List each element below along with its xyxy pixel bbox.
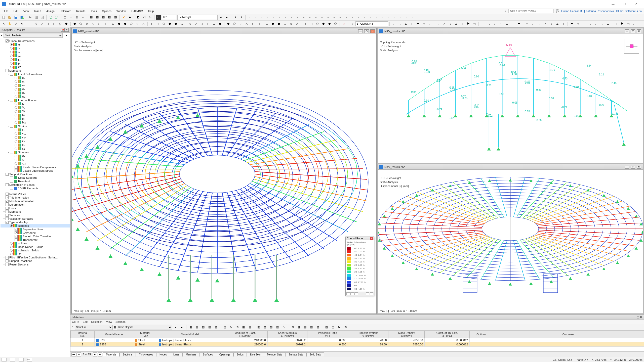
lc-number-select[interactable]: LC1 <box>162 15 177 20</box>
mat-tool-13[interactable]: ◫ <box>275 325 280 330</box>
toolbar2-btn-27[interactable]: □ <box>206 21 211 27</box>
pane-min-icon[interactable]: — <box>625 29 629 33</box>
pane-max-icon[interactable]: ▢ <box>364 29 369 33</box>
toolbar2-btn-33[interactable]: △ <box>244 21 249 27</box>
viewport-main[interactable]: NKV_results.rf6* — ▢ ✕ LC1 - Self-weight… <box>71 28 377 314</box>
materials-tab[interactable]: Line Sets <box>247 352 264 356</box>
toolbar1-btn-19[interactable]: ▫ <box>361 15 367 20</box>
toolbar2b-btn-27[interactable]: ⊤ <box>561 21 566 27</box>
mat-tool-17[interactable]: ▤ <box>302 325 308 330</box>
undo-icon[interactable] <box>48 15 53 20</box>
pane-max-icon[interactable]: ▢ <box>631 29 635 33</box>
cube-front-icon[interactable]: ▭ <box>68 15 74 20</box>
toolbar2b-btn-29[interactable]: ⊣ <box>575 21 581 27</box>
keyword-search-input[interactable] <box>508 9 554 13</box>
toolbar2b-btn-32[interactable]: ∕ <box>593 21 599 27</box>
mat-tool-0[interactable]: ▦ <box>188 325 193 330</box>
toolbar2b-btn-19[interactable]: ⊤ <box>510 21 516 27</box>
toolbar2-btn-0[interactable]: ◇ <box>33 21 39 27</box>
toolbar1-btn-22[interactable]: ▫ <box>380 15 385 20</box>
cp-foot-btn-4[interactable] <box>366 292 369 295</box>
pan-icon[interactable]: ✋ <box>7 21 13 27</box>
tb-star-icon[interactable]: ✦ <box>232 15 238 20</box>
mat-tool-8[interactable]: ▦ <box>241 325 246 330</box>
tree-node[interactable]: 1D FE Elements <box>1 187 70 190</box>
toolbar2-btn-17[interactable]: △ <box>141 21 146 27</box>
toolbar1-btn-9[interactable]: ▫ <box>301 15 307 20</box>
toolbar2b-btn-22[interactable]: ⌐ <box>531 21 536 27</box>
mat-tool-10[interactable]: ▥ <box>256 325 261 330</box>
navigator-tree[interactable]: -Global Deformations|u|uₓuᵧuᴢφₓφᵧφᴢ-Memb… <box>0 38 70 357</box>
mat-tool-5[interactable]: ◫ <box>222 325 227 330</box>
tree-node[interactable]: uₓ <box>1 46 70 50</box>
render-trans-icon[interactable]: ◨ <box>113 15 118 20</box>
toolbar1-btn-15[interactable]: ▫ <box>337 15 343 20</box>
toolbar1-btn-4[interactable]: ▫ <box>271 15 276 20</box>
grid-icon[interactable] <box>33 15 39 20</box>
toolbar2b-btn-2[interactable]: ⊥ <box>403 21 409 27</box>
toolbar2-btn-4[interactable]: ⬡ <box>58 21 63 27</box>
lc-prev-icon[interactable]: ◂ <box>218 15 224 20</box>
status-icon-3[interactable] <box>19 358 24 361</box>
tree-node[interactable]: N <box>1 102 70 106</box>
tree-node[interactable]: Isobands - Solids <box>1 249 70 252</box>
viewport-clip[interactable]: NKV_results.rf6* — ▢ ✕ Clipping Plane mo… <box>378 28 643 163</box>
tree-node[interactable]: τₓᵧ <box>1 158 70 162</box>
mat-tool-14[interactable]: fx <box>281 325 287 330</box>
toolbar2b-btn-4[interactable]: ⊢ <box>415 21 421 27</box>
cursor-icon[interactable]: ↖ <box>1 21 7 27</box>
tree-node[interactable]: Smooth Color Transition <box>1 235 70 238</box>
tree-node[interactable]: γₓᴢ <box>1 135 70 139</box>
status-icon-1[interactable] <box>2 358 7 361</box>
tree-node[interactable]: Max/Min Information <box>1 199 70 203</box>
menu-assign[interactable]: Assign <box>44 9 57 13</box>
material-row[interactable]: 1S235SteelIsotropic | Linear Elastic2100… <box>71 338 644 342</box>
pane-close-icon[interactable]: ✕ <box>637 29 641 33</box>
cp-foot-btn-5[interactable] <box>370 292 373 295</box>
mat-tool-20[interactable]: ▨ <box>324 325 329 330</box>
render-wire-icon[interactable]: ▦ <box>89 15 94 20</box>
analysis-type-select[interactable]: Static Analysis <box>4 33 63 38</box>
mat-next-icon[interactable]: ▸ <box>179 325 185 330</box>
toolbar2-btn-26[interactable]: ○ <box>199 21 205 27</box>
mat-tool-2[interactable]: ▥ <box>200 325 206 330</box>
tree-node[interactable]: Title Information <box>1 196 70 199</box>
results-next-icon[interactable]: ▷ <box>147 15 153 20</box>
materials-tab[interactable]: Materials <box>103 352 120 356</box>
toolbar2-btn-14[interactable]: ⬣ <box>123 21 128 27</box>
mat-tool-1[interactable]: ▤ <box>194 325 200 330</box>
toolbar2-btn-9[interactable]: △ <box>90 21 96 27</box>
tree-node[interactable]: -Global Deformations <box>1 39 70 43</box>
toolbar2-btn-44[interactable]: ⬡ <box>315 21 320 27</box>
toolbar2b-btn-3[interactable]: ⊤ <box>409 21 415 27</box>
tree-node[interactable]: τₓᴢ <box>1 162 70 165</box>
navigator-close-icon[interactable]: ✕ <box>65 28 69 32</box>
toolbar2-btn-32[interactable]: ◇ <box>238 21 243 27</box>
tree-node[interactable]: Transparent <box>1 238 70 242</box>
tree-node[interactable]: Elastic Stress Components <box>1 165 70 169</box>
toolbar2b-btn-17[interactable]: ∖ <box>498 21 504 27</box>
toolbar2b-btn-6[interactable]: ⌐ <box>427 21 433 27</box>
mat-tool-15[interactable]: ⟲ <box>290 325 295 330</box>
tab-prev-icon[interactable]: ◂ <box>76 352 81 356</box>
toolbar1-btn-3[interactable]: ▫ <box>265 15 270 20</box>
tree-node[interactable]: σₓ <box>1 154 70 158</box>
menu-cadbim[interactable]: CAD-BIM <box>129 9 145 13</box>
results-prev-icon[interactable]: ◁ <box>141 15 147 20</box>
toolbar2b-btn-23[interactable]: ¬ <box>537 21 542 27</box>
toolbar2b-btn-24[interactable]: ∕ <box>543 21 548 27</box>
tree-node[interactable]: -Members <box>1 69 70 72</box>
mat-tool-21[interactable]: ◫ <box>330 325 336 330</box>
tree-node[interactable]: +Result Sections <box>1 263 70 266</box>
materials-tab[interactable]: Nodes <box>156 352 170 356</box>
toolbar2-btn-6[interactable]: ⬣ <box>72 21 77 27</box>
toolbar2-btn-30[interactable]: ⬣ <box>226 21 231 27</box>
toolbar2-btn-8[interactable]: ◇ <box>84 21 90 27</box>
lc-name-select[interactable]: Self-weight <box>177 15 218 20</box>
toolbar2b-btn-21[interactable]: ⊣ <box>525 21 530 27</box>
mat-tool-4[interactable]: ▨ <box>213 325 219 330</box>
toolbar2-btn-2[interactable]: ○ <box>46 21 51 27</box>
menu-edit[interactable]: Edit <box>11 9 21 13</box>
toolbar2b-btn-9[interactable]: ∖ <box>448 21 453 27</box>
tab-first-icon[interactable]: ⏮ <box>71 352 76 356</box>
